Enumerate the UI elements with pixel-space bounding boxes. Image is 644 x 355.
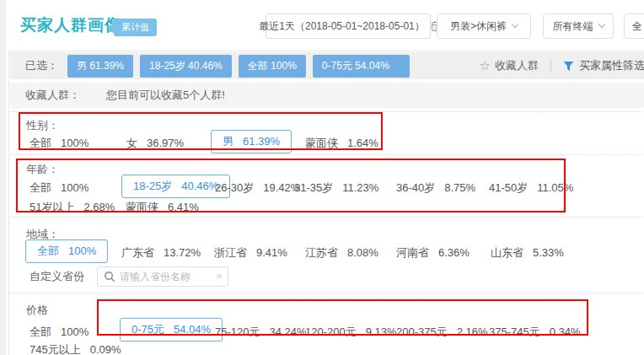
chevron-down-icon — [512, 21, 518, 28]
option-name: 蒙面侠 — [305, 137, 338, 149]
option-region-guangdong[interactable]: 广东省13.72% — [121, 245, 201, 261]
option-value: 40.46% — [181, 180, 218, 192]
selected-tag-price[interactable]: 0-75元 54.04% — [313, 55, 410, 78]
option-age-41-50[interactable]: 41-50岁11.05% — [489, 180, 573, 196]
option-age-26-30[interactable]: 26-30岁19.42% — [215, 180, 300, 196]
chevron-down-icon — [598, 21, 604, 28]
option-value: 6.41% — [168, 201, 199, 213]
option-value: 5.33% — [533, 246, 564, 259]
clear-icon[interactable]: × — [216, 270, 223, 282]
option-name: 女 — [126, 137, 137, 149]
option-name: 51岁以上 — [30, 201, 74, 213]
option-name: 全部 — [30, 137, 51, 149]
category-dropdown-value: 男装>休闲裤 — [450, 19, 507, 34]
section-price: 价格 全部100% 0-75元54.04% 75-120元34.24% 120-… — [10, 293, 644, 355]
option-age-18-25-selected[interactable]: 18-25岁40.46% — [121, 175, 230, 198]
custom-province-row: 自定义省份 × — [30, 266, 228, 287]
option-price-200-375[interactable]: 200-375元2.16% — [396, 325, 488, 340]
option-name: 120-200元 — [305, 325, 357, 338]
section-age-label: 年龄： — [26, 162, 59, 177]
option-name: 375-745元 — [489, 325, 540, 338]
option-value: 11.23% — [342, 181, 378, 194]
option-name: 浙江省 — [214, 246, 247, 259]
option-value: 100% — [61, 325, 89, 338]
option-value: 61.39% — [243, 135, 280, 148]
option-age-all[interactable]: 全部100% — [30, 180, 89, 196]
option-value: 2.16% — [457, 325, 488, 338]
filter-icon — [563, 61, 574, 72]
section-age: 年龄： 全部100% 18-25岁40.46% 26-30岁19.42% 31-… — [10, 155, 644, 218]
option-name: 蒙面侠 — [126, 201, 158, 213]
selected-tag-region[interactable]: 全部 100% — [239, 55, 306, 78]
option-name: 41-50岁 — [489, 181, 528, 194]
option-region-shandong[interactable]: 山东省5.33% — [491, 245, 564, 261]
option-value: 13.72% — [164, 246, 201, 259]
selected-label: 已选： — [25, 58, 58, 73]
option-price-375-745[interactable]: 375-745元0.34% — [489, 325, 581, 340]
option-value: 100% — [61, 137, 89, 149]
buyer-attribute-filter-label: 买家属性筛选 — [579, 58, 644, 73]
section-gender: 性别： 全部100% 女36.97% 男61.39% 蒙面侠1.64% — [10, 111, 644, 155]
option-price-120-200[interactable]: 120-200元9.13% — [305, 325, 397, 340]
page-title: 买家人群画像 — [20, 14, 121, 36]
selected-filters-bar: 已选： 男 61.39% 18-25岁 40.46% 全部 100% 0-75元… — [10, 52, 644, 79]
option-age-36-40[interactable]: 36-40岁8.75% — [396, 180, 475, 196]
option-name: 男 — [223, 135, 233, 148]
vertical-divider — [550, 60, 551, 72]
badge-label: 累计值 — [114, 19, 157, 36]
option-name: 75-120元 — [215, 325, 260, 338]
option-name: 广东省 — [121, 246, 154, 259]
option-price-all[interactable]: 全部100% — [30, 325, 89, 340]
date-range-picker[interactable]: 最近1天（2018-05-01~2018-05-01） — [266, 13, 431, 39]
option-value: 9.41% — [256, 246, 287, 259]
star-icon: ☆ — [480, 58, 491, 73]
option-age-31-35[interactable]: 31-35岁11.23% — [294, 180, 378, 196]
section-price-label: 价格 — [26, 303, 48, 318]
search-icon — [104, 271, 115, 282]
option-name: 26-30岁 — [215, 181, 254, 194]
category-dropdown[interactable]: 男装>休闲裤 — [437, 13, 531, 39]
selected-tag-gender[interactable]: 男 61.39% — [67, 55, 133, 78]
option-value: 0.34% — [550, 325, 581, 338]
section-region: 地域： 全部100% 广东省13.72% 浙江省9.41% 江苏省8.08% 河… — [10, 218, 644, 293]
option-price-745plus[interactable]: 745元以上0.09% — [30, 342, 121, 355]
favorite-crowd-label: 收藏人群 — [495, 58, 539, 73]
option-gender-male-selected[interactable]: 男61.39% — [211, 130, 292, 153]
province-search-input[interactable] — [120, 267, 207, 286]
option-region-henan[interactable]: 河南省6.36% — [396, 245, 470, 261]
option-value: 0.09% — [90, 343, 121, 355]
option-region-zhejiang[interactable]: 浙江省9.41% — [214, 245, 287, 261]
option-name: 全部 — [37, 245, 59, 257]
favorites-label: 收藏人群： — [25, 88, 80, 103]
date-range-text: 最近1天（2018-05-01~2018-05-01） — [254, 19, 429, 34]
selected-bar-actions: ☆ 收藏人群 买家属性筛选 — [480, 58, 644, 73]
option-name: 全部 — [30, 325, 51, 338]
buyer-attribute-filter-button[interactable]: 买家属性筛选 — [563, 58, 644, 73]
option-value: 2.68% — [83, 201, 115, 213]
option-name: 36-40岁 — [396, 181, 435, 194]
option-value: 9.13% — [366, 325, 397, 338]
selected-tag-age[interactable]: 18-25岁 40.46% — [140, 55, 232, 78]
favorite-crowd-button[interactable]: ☆ 收藏人群 — [480, 58, 539, 73]
option-value: 36.97% — [147, 137, 184, 149]
option-value: 8.75% — [444, 181, 475, 194]
option-value: 100% — [68, 245, 96, 257]
province-search-box: × — [97, 266, 228, 287]
option-name: 0-75元 — [131, 323, 164, 336]
clipped-dropdown[interactable]: 全 — [624, 13, 644, 39]
option-region-jiangsu[interactable]: 江苏省8.08% — [305, 245, 378, 261]
option-price-0-75-selected[interactable]: 0-75元54.04% — [120, 318, 223, 342]
option-gender-masked[interactable]: 蒙面侠1.64% — [305, 136, 378, 151]
option-gender-female[interactable]: 女36.97% — [126, 136, 184, 151]
option-age-51plus[interactable]: 51岁以上2.68% — [30, 200, 115, 215]
terminal-dropdown[interactable]: 所有终端 — [543, 13, 614, 39]
option-name: 山东省 — [491, 246, 523, 259]
option-name: 河南省 — [396, 246, 429, 259]
option-name: 31-35岁 — [294, 181, 333, 194]
left-gutter — [0, 0, 6, 355]
option-price-75-120[interactable]: 75-120元34.24% — [215, 325, 307, 340]
option-gender-all[interactable]: 全部100% — [30, 136, 89, 151]
option-region-all-selected[interactable]: 全部100% — [25, 239, 108, 263]
custom-province-label: 自定义省份 — [30, 269, 84, 284]
option-age-masked[interactable]: 蒙面侠6.41% — [126, 200, 199, 215]
